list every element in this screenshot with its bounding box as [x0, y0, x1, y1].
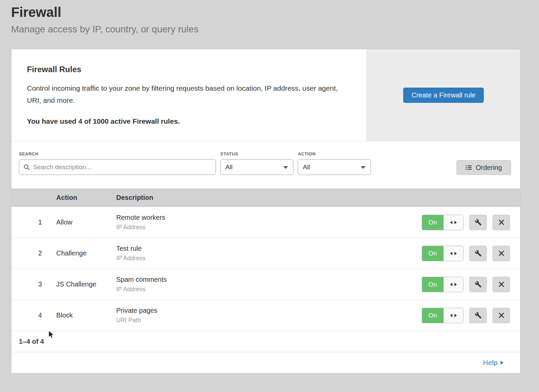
rules-usage-note: You have used 4 of 1000 active Firewall …: [27, 117, 346, 125]
action-filter-group: ACTION All: [298, 151, 371, 175]
delete-rule-button[interactable]: [493, 277, 510, 292]
create-rule-panel: Create a Firewall rule: [367, 49, 520, 141]
wrench-icon: [475, 219, 482, 226]
rule-description: Remote workers: [116, 214, 422, 221]
page-subtitle: Manage access by IP, country, or query r…: [11, 24, 528, 35]
chevron-down-icon: [283, 166, 288, 169]
rule-action: Allow: [56, 218, 116, 226]
wrench-icon: [475, 250, 482, 257]
toggle-on-segment[interactable]: On: [422, 308, 443, 323]
triangle-right-icon: [454, 314, 457, 317]
help-link[interactable]: Help: [483, 359, 503, 367]
triangle-right-icon: [454, 283, 457, 286]
page-header: Firewall Manage access by IP, country, o…: [0, 0, 539, 35]
toggle-arrows-segment[interactable]: [443, 246, 463, 261]
page-title: Firewall: [11, 4, 528, 20]
rule-match-type: URI Path: [116, 317, 422, 324]
table-row: 4 Block Private pages URI Path On: [11, 300, 520, 331]
help-link-label: Help: [483, 359, 498, 367]
rule-number: 2: [30, 249, 50, 257]
rule-toggle[interactable]: On: [422, 215, 464, 230]
status-filter-group: STATUS All: [220, 151, 293, 175]
rule-toggle[interactable]: On: [422, 246, 464, 261]
rule-action: JS Challenge: [56, 280, 116, 288]
toggle-arrows-segment[interactable]: [443, 308, 463, 323]
rule-action: Challenge: [56, 249, 116, 257]
ordering-button-label: Ordering: [476, 164, 502, 172]
ordered-list-icon: [466, 165, 472, 170]
rule-number: 1: [30, 218, 50, 226]
close-icon: [499, 219, 504, 225]
firewall-rules-card: Firewall Rules Control incoming traffic …: [11, 49, 520, 373]
pagination-text: 1–4 of 4: [19, 338, 44, 345]
pagination: 1–4 of 4: [11, 331, 520, 352]
wrench-icon: [475, 281, 482, 288]
search-icon: [24, 164, 30, 170]
rule-number: 4: [30, 311, 50, 319]
rule-description: Spam comments: [116, 276, 422, 283]
create-firewall-rule-button[interactable]: Create a Firewall rule: [403, 88, 483, 103]
search-filter-group: SEARCH: [19, 151, 216, 175]
triangle-left-icon: [450, 221, 452, 224]
rule-description: Test rule: [116, 245, 422, 252]
column-header-description: Description: [116, 194, 520, 202]
triangle-right-icon: [454, 252, 457, 255]
rule-controls: On: [422, 246, 510, 261]
delete-rule-button[interactable]: [493, 246, 510, 261]
edit-rule-button[interactable]: [469, 277, 487, 292]
toggle-on-segment[interactable]: On: [422, 246, 443, 261]
ordering-button[interactable]: Ordering: [456, 160, 511, 175]
search-input[interactable]: [19, 160, 216, 175]
delete-rule-button[interactable]: [493, 308, 510, 323]
action-select-value: All: [303, 163, 310, 171]
status-select-value: All: [225, 163, 232, 171]
edit-rule-button[interactable]: [469, 246, 487, 261]
toggle-arrows-segment[interactable]: [443, 277, 463, 292]
rule-match-type: IP Address: [116, 286, 422, 293]
triangle-right-icon: [501, 361, 503, 365]
rule-description-cell: Spam comments IP Address: [116, 276, 422, 293]
edit-rule-button[interactable]: [469, 215, 487, 230]
filter-bar: SEARCH STATUS All ACTION All: [11, 141, 520, 188]
rules-description: Control incoming traffic to your zone by…: [27, 82, 346, 107]
table-header: Action Description: [11, 188, 520, 207]
toggle-on-segment[interactable]: On: [422, 277, 443, 292]
action-select[interactable]: All: [298, 159, 371, 175]
close-icon: [499, 250, 504, 256]
table-row: 2 Challenge Test rule IP Address On: [11, 238, 520, 269]
table-row: 1 Allow Remote workers IP Address On: [11, 207, 520, 238]
rule-description: Private pages: [116, 307, 422, 314]
delete-rule-button[interactable]: [493, 215, 510, 230]
table-row: 3 JS Challenge Spam comments IP Address …: [11, 269, 520, 300]
rule-controls: On: [422, 308, 510, 323]
toggle-arrows-segment[interactable]: [443, 215, 463, 230]
toggle-on-segment[interactable]: On: [422, 215, 443, 230]
column-header-action: Action: [56, 194, 116, 202]
rule-toggle[interactable]: On: [422, 308, 464, 323]
action-label: ACTION: [298, 151, 371, 156]
triangle-right-icon: [454, 221, 457, 224]
rules-title: Firewall Rules: [27, 65, 346, 74]
triangle-left-icon: [450, 314, 452, 317]
triangle-left-icon: [450, 252, 452, 255]
rule-description-cell: Private pages URI Path: [116, 307, 422, 324]
chevron-down-icon: [361, 166, 366, 169]
rule-description-cell: Remote workers IP Address: [116, 214, 422, 231]
rule-description-cell: Test rule IP Address: [116, 245, 422, 262]
triangle-left-icon: [450, 283, 452, 286]
edit-rule-button[interactable]: [469, 308, 487, 323]
search-input-wrap: [19, 159, 216, 175]
wrench-icon: [475, 312, 482, 319]
rule-controls: On: [422, 277, 510, 292]
rule-match-type: IP Address: [116, 255, 422, 262]
rule-match-type: IP Address: [116, 224, 422, 231]
rules-intro: Firewall Rules Control incoming traffic …: [11, 49, 367, 141]
status-label: STATUS: [220, 151, 293, 156]
rule-toggle[interactable]: On: [422, 277, 464, 292]
card-footer: Help: [11, 352, 520, 373]
close-icon: [499, 281, 504, 287]
rule-number: 3: [30, 280, 50, 288]
status-select[interactable]: All: [220, 159, 293, 175]
card-top-section: Firewall Rules Control incoming traffic …: [11, 49, 520, 141]
rule-controls: On: [422, 215, 510, 230]
